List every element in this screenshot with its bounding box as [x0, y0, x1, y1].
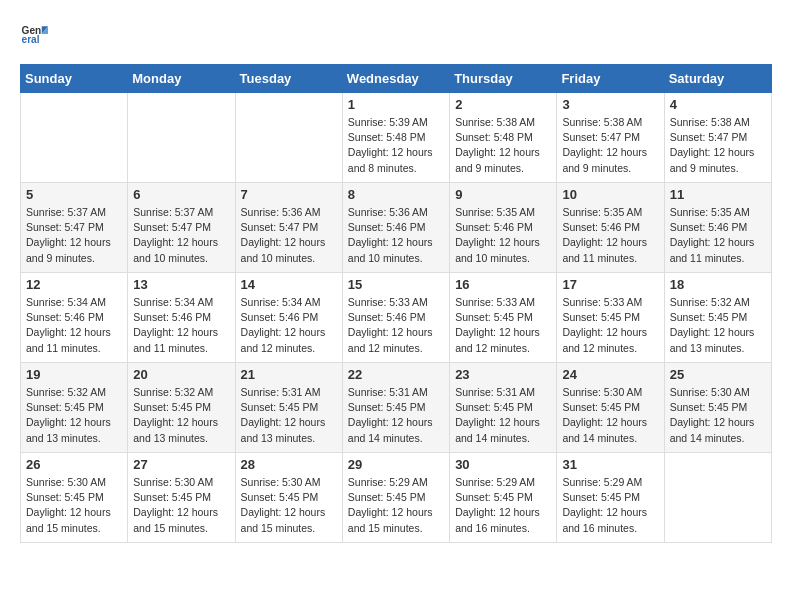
day-info: Sunrise: 5:34 AM Sunset: 5:46 PM Dayligh…	[133, 295, 229, 356]
day-info: Sunrise: 5:34 AM Sunset: 5:46 PM Dayligh…	[26, 295, 122, 356]
day-number: 22	[348, 367, 444, 382]
day-info: Sunrise: 5:38 AM Sunset: 5:47 PM Dayligh…	[670, 115, 766, 176]
day-number: 29	[348, 457, 444, 472]
day-cell: 13Sunrise: 5:34 AM Sunset: 5:46 PM Dayli…	[128, 273, 235, 363]
day-cell: 29Sunrise: 5:29 AM Sunset: 5:45 PM Dayli…	[342, 453, 449, 543]
day-info: Sunrise: 5:30 AM Sunset: 5:45 PM Dayligh…	[562, 385, 658, 446]
day-info: Sunrise: 5:30 AM Sunset: 5:45 PM Dayligh…	[241, 475, 337, 536]
day-number: 25	[670, 367, 766, 382]
day-cell	[21, 93, 128, 183]
day-number: 31	[562, 457, 658, 472]
day-cell: 14Sunrise: 5:34 AM Sunset: 5:46 PM Dayli…	[235, 273, 342, 363]
day-number: 21	[241, 367, 337, 382]
header-cell-thursday: Thursday	[450, 65, 557, 93]
day-number: 27	[133, 457, 229, 472]
day-cell: 24Sunrise: 5:30 AM Sunset: 5:45 PM Dayli…	[557, 363, 664, 453]
day-info: Sunrise: 5:31 AM Sunset: 5:45 PM Dayligh…	[455, 385, 551, 446]
header-cell-sunday: Sunday	[21, 65, 128, 93]
day-cell: 31Sunrise: 5:29 AM Sunset: 5:45 PM Dayli…	[557, 453, 664, 543]
week-row-4: 19Sunrise: 5:32 AM Sunset: 5:45 PM Dayli…	[21, 363, 772, 453]
day-info: Sunrise: 5:39 AM Sunset: 5:48 PM Dayligh…	[348, 115, 444, 176]
day-number: 6	[133, 187, 229, 202]
day-cell: 21Sunrise: 5:31 AM Sunset: 5:45 PM Dayli…	[235, 363, 342, 453]
day-cell: 25Sunrise: 5:30 AM Sunset: 5:45 PM Dayli…	[664, 363, 771, 453]
day-number: 12	[26, 277, 122, 292]
day-info: Sunrise: 5:33 AM Sunset: 5:45 PM Dayligh…	[562, 295, 658, 356]
day-cell: 15Sunrise: 5:33 AM Sunset: 5:46 PM Dayli…	[342, 273, 449, 363]
day-number: 15	[348, 277, 444, 292]
day-cell: 18Sunrise: 5:32 AM Sunset: 5:45 PM Dayli…	[664, 273, 771, 363]
day-info: Sunrise: 5:37 AM Sunset: 5:47 PM Dayligh…	[26, 205, 122, 266]
header: Gen eral	[20, 20, 772, 48]
header-cell-tuesday: Tuesday	[235, 65, 342, 93]
day-number: 17	[562, 277, 658, 292]
day-info: Sunrise: 5:35 AM Sunset: 5:46 PM Dayligh…	[562, 205, 658, 266]
day-cell: 10Sunrise: 5:35 AM Sunset: 5:46 PM Dayli…	[557, 183, 664, 273]
day-number: 10	[562, 187, 658, 202]
day-number: 23	[455, 367, 551, 382]
day-number: 24	[562, 367, 658, 382]
header-cell-saturday: Saturday	[664, 65, 771, 93]
day-info: Sunrise: 5:29 AM Sunset: 5:45 PM Dayligh…	[348, 475, 444, 536]
day-cell: 19Sunrise: 5:32 AM Sunset: 5:45 PM Dayli…	[21, 363, 128, 453]
day-number: 11	[670, 187, 766, 202]
day-number: 16	[455, 277, 551, 292]
day-cell: 2Sunrise: 5:38 AM Sunset: 5:48 PM Daylig…	[450, 93, 557, 183]
day-cell: 23Sunrise: 5:31 AM Sunset: 5:45 PM Dayli…	[450, 363, 557, 453]
week-row-3: 12Sunrise: 5:34 AM Sunset: 5:46 PM Dayli…	[21, 273, 772, 363]
day-info: Sunrise: 5:30 AM Sunset: 5:45 PM Dayligh…	[133, 475, 229, 536]
day-cell: 5Sunrise: 5:37 AM Sunset: 5:47 PM Daylig…	[21, 183, 128, 273]
week-row-5: 26Sunrise: 5:30 AM Sunset: 5:45 PM Dayli…	[21, 453, 772, 543]
day-cell: 22Sunrise: 5:31 AM Sunset: 5:45 PM Dayli…	[342, 363, 449, 453]
day-cell: 12Sunrise: 5:34 AM Sunset: 5:46 PM Dayli…	[21, 273, 128, 363]
day-number: 28	[241, 457, 337, 472]
day-cell	[664, 453, 771, 543]
header-cell-friday: Friday	[557, 65, 664, 93]
day-cell: 8Sunrise: 5:36 AM Sunset: 5:46 PM Daylig…	[342, 183, 449, 273]
day-info: Sunrise: 5:37 AM Sunset: 5:47 PM Dayligh…	[133, 205, 229, 266]
day-number: 4	[670, 97, 766, 112]
day-info: Sunrise: 5:35 AM Sunset: 5:46 PM Dayligh…	[670, 205, 766, 266]
day-number: 19	[26, 367, 122, 382]
header-cell-wednesday: Wednesday	[342, 65, 449, 93]
day-cell: 1Sunrise: 5:39 AM Sunset: 5:48 PM Daylig…	[342, 93, 449, 183]
day-cell: 17Sunrise: 5:33 AM Sunset: 5:45 PM Dayli…	[557, 273, 664, 363]
day-info: Sunrise: 5:29 AM Sunset: 5:45 PM Dayligh…	[562, 475, 658, 536]
day-info: Sunrise: 5:29 AM Sunset: 5:45 PM Dayligh…	[455, 475, 551, 536]
day-cell: 30Sunrise: 5:29 AM Sunset: 5:45 PM Dayli…	[450, 453, 557, 543]
day-cell: 6Sunrise: 5:37 AM Sunset: 5:47 PM Daylig…	[128, 183, 235, 273]
day-number: 14	[241, 277, 337, 292]
day-number: 26	[26, 457, 122, 472]
day-info: Sunrise: 5:30 AM Sunset: 5:45 PM Dayligh…	[26, 475, 122, 536]
day-number: 7	[241, 187, 337, 202]
day-cell	[128, 93, 235, 183]
header-cell-monday: Monday	[128, 65, 235, 93]
day-info: Sunrise: 5:32 AM Sunset: 5:45 PM Dayligh…	[26, 385, 122, 446]
week-row-1: 1Sunrise: 5:39 AM Sunset: 5:48 PM Daylig…	[21, 93, 772, 183]
day-info: Sunrise: 5:33 AM Sunset: 5:46 PM Dayligh…	[348, 295, 444, 356]
day-number: 5	[26, 187, 122, 202]
logo: Gen eral	[20, 20, 52, 48]
svg-text:eral: eral	[22, 34, 40, 45]
day-number: 18	[670, 277, 766, 292]
day-number: 20	[133, 367, 229, 382]
logo-icon: Gen eral	[20, 20, 48, 48]
day-cell: 20Sunrise: 5:32 AM Sunset: 5:45 PM Dayli…	[128, 363, 235, 453]
day-number: 2	[455, 97, 551, 112]
day-cell: 28Sunrise: 5:30 AM Sunset: 5:45 PM Dayli…	[235, 453, 342, 543]
day-number: 3	[562, 97, 658, 112]
day-info: Sunrise: 5:33 AM Sunset: 5:45 PM Dayligh…	[455, 295, 551, 356]
week-row-2: 5Sunrise: 5:37 AM Sunset: 5:47 PM Daylig…	[21, 183, 772, 273]
day-info: Sunrise: 5:38 AM Sunset: 5:47 PM Dayligh…	[562, 115, 658, 176]
day-number: 30	[455, 457, 551, 472]
day-number: 1	[348, 97, 444, 112]
day-cell: 26Sunrise: 5:30 AM Sunset: 5:45 PM Dayli…	[21, 453, 128, 543]
day-cell: 16Sunrise: 5:33 AM Sunset: 5:45 PM Dayli…	[450, 273, 557, 363]
day-info: Sunrise: 5:30 AM Sunset: 5:45 PM Dayligh…	[670, 385, 766, 446]
day-number: 9	[455, 187, 551, 202]
day-info: Sunrise: 5:31 AM Sunset: 5:45 PM Dayligh…	[241, 385, 337, 446]
day-cell: 11Sunrise: 5:35 AM Sunset: 5:46 PM Dayli…	[664, 183, 771, 273]
day-cell: 4Sunrise: 5:38 AM Sunset: 5:47 PM Daylig…	[664, 93, 771, 183]
day-info: Sunrise: 5:32 AM Sunset: 5:45 PM Dayligh…	[670, 295, 766, 356]
calendar-header-row: SundayMondayTuesdayWednesdayThursdayFrid…	[21, 65, 772, 93]
